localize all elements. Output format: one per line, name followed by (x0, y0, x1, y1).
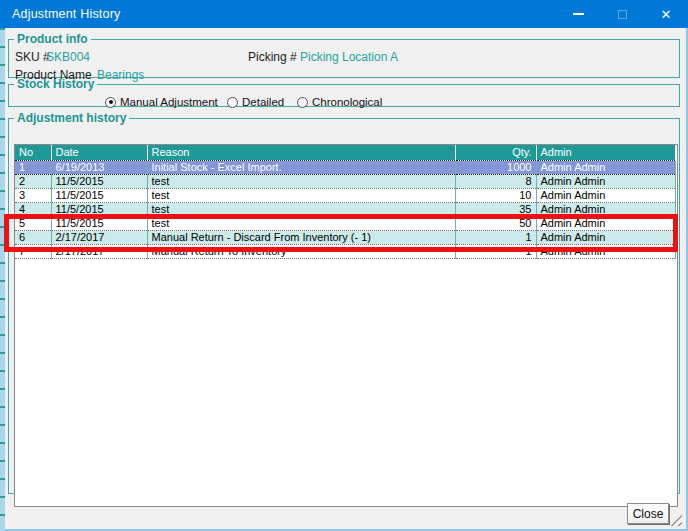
column-header-no[interactable]: No (15, 145, 51, 160)
radio-manual-adjustment[interactable]: Manual Adjustment (105, 96, 218, 108)
cell-reason: test (147, 202, 455, 216)
maximize-button (600, 0, 644, 28)
cell-reason: test (147, 188, 455, 202)
close-dialog-button[interactable]: Close (627, 503, 669, 524)
adjustment-history-group: Adjustment history NoDateReasonQty.Admin… (8, 111, 680, 494)
cell-admin: Admin Admin (536, 174, 675, 188)
cell-admin: Admin Admin (536, 202, 675, 216)
cell-date: 6/19/2013 (51, 160, 147, 174)
table-row-2[interactable]: 211/5/2015test8Admin Admin (15, 174, 675, 188)
column-header-admin[interactable]: Admin (536, 145, 675, 160)
sku-label: SKU # (15, 50, 50, 64)
table-row-7[interactable]: 72/17/2017Manual Return To Inventory1Adm… (15, 244, 675, 258)
cell-qty: 8 (455, 174, 536, 188)
cell-admin: Admin Admin (536, 160, 675, 174)
cell-qty: 1000 (455, 160, 536, 174)
adjustment-history-dialog: Adjustment History ✕ Product info SKU # … (0, 0, 688, 531)
stock-history-group: Stock History Manual AdjustmentDetailedC… (8, 77, 680, 107)
titlebar-buttons: ✕ (556, 0, 688, 28)
cell-date: 11/5/2015 (51, 174, 147, 188)
cell-qty: 1 (455, 230, 536, 244)
cell-no: 3 (15, 188, 51, 202)
radio-icon-detailed (227, 97, 238, 108)
resize-grip[interactable] (670, 514, 682, 526)
cell-admin: Admin Admin (536, 216, 675, 230)
dialog-body: Product info SKU # SKB004 Picking # Pick… (0, 28, 688, 531)
product-info-label: Product info (14, 32, 91, 46)
title-bar: Adjustment History ✕ (0, 0, 688, 28)
history-table-viewport: NoDateReasonQty.Admin 16/19/2013Initial … (14, 144, 678, 507)
picking-value: Picking Location A (300, 50, 398, 64)
cell-admin: Admin Admin (536, 188, 675, 202)
cell-no: 5 (15, 216, 51, 230)
cell-date: 11/5/2015 (51, 188, 147, 202)
column-header-reason[interactable]: Reason (147, 145, 455, 160)
column-header-qty[interactable]: Qty. (455, 145, 536, 160)
radio-label-manual-adjustment: Manual Adjustment (120, 96, 218, 108)
cell-date: 2/17/2017 (51, 244, 147, 258)
close-icon: ✕ (661, 8, 672, 21)
radio-label-chronological: Chronological (312, 96, 382, 108)
radio-chronological[interactable]: Chronological (297, 96, 382, 108)
cell-date: 11/5/2015 (51, 202, 147, 216)
cell-qty: 50 (455, 216, 536, 230)
radio-detailed[interactable]: Detailed (227, 96, 284, 108)
table-row-3[interactable]: 311/5/2015test10Admin Admin (15, 188, 675, 202)
table-row-1[interactable]: 16/19/2013Initial Stock - Excel Import.1… (15, 160, 675, 174)
cell-date: 11/5/2015 (51, 216, 147, 230)
window-title: Adjustment History (12, 7, 121, 21)
cell-qty: 35 (455, 202, 536, 216)
column-header-date[interactable]: Date (51, 145, 147, 160)
cell-reason: Initial Stock - Excel Import. (147, 160, 455, 174)
history-table: NoDateReasonQty.Admin 16/19/2013Initial … (15, 145, 676, 259)
table-row-6[interactable]: 62/17/2017Manual Return - Discard From I… (15, 230, 675, 244)
product-info-group: Product info SKU # SKB004 Picking # Pick… (8, 32, 680, 78)
radio-icon-chronological (297, 97, 308, 108)
stock-history-label: Stock History (14, 77, 97, 91)
cell-date: 2/17/2017 (51, 230, 147, 244)
sku-value: SKB004 (46, 50, 90, 64)
minimize-button[interactable] (556, 0, 600, 28)
close-window-button[interactable]: ✕ (644, 0, 688, 28)
table-header-row: NoDateReasonQty.Admin (15, 145, 675, 160)
cell-reason: Manual Return - Discard From Inventory (… (147, 230, 455, 244)
adjustment-history-label: Adjustment history (14, 111, 129, 125)
cell-reason: test (147, 216, 455, 230)
radio-icon-manual-adjustment (105, 97, 116, 108)
cell-reason: Manual Return To Inventory (147, 244, 455, 258)
maximize-icon (618, 10, 627, 19)
cell-qty: 10 (455, 188, 536, 202)
cell-no: 1 (15, 160, 51, 174)
table-row-5[interactable]: 511/5/2015test50Admin Admin (15, 216, 675, 230)
cell-no: 2 (15, 174, 51, 188)
minimize-icon (573, 13, 584, 15)
radio-label-detailed: Detailed (242, 96, 284, 108)
cell-no: 4 (15, 202, 51, 216)
cell-no: 7 (15, 244, 51, 258)
table-row-4[interactable]: 411/5/2015test35Admin Admin (15, 202, 675, 216)
picking-label: Picking # (248, 50, 297, 64)
cell-admin: Admin Admin (536, 244, 675, 258)
cell-no: 6 (15, 230, 51, 244)
left-edge-decoration (0, 28, 5, 531)
cell-reason: test (147, 174, 455, 188)
cell-admin: Admin Admin (536, 230, 675, 244)
cell-qty: 1 (455, 244, 536, 258)
